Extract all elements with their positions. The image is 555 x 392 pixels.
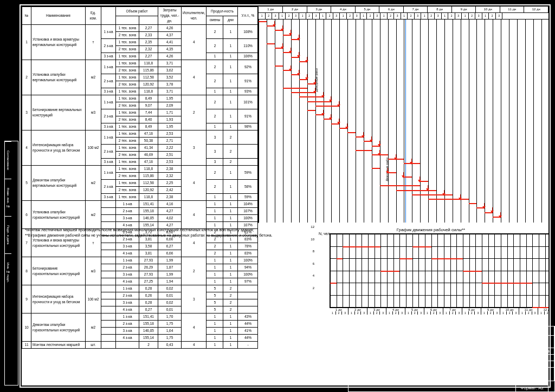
gantt-chart: 1 дн2 дн3 дн4 дн5 дн6 дн7 дн8 дн9 дн10 д… — [258, 6, 548, 223]
side-stamp: СогласованоВзам. инв. №Подп. и датаИнв. … — [4, 141, 18, 386]
col-name: Наименование — [31, 7, 86, 25]
work-schedule-table: № Наименование Ед. изм. Объем работ Затр… — [22, 6, 258, 349]
col-pct: У.п.т., % — [238, 7, 258, 25]
col-num: № — [22, 7, 31, 25]
col-vol: Объем работ — [116, 7, 158, 16]
manpower-chart: График движения рабочей силы** N, чел. 1… — [319, 227, 543, 317]
title-block: Кафедра Технологии и Организации Строите… — [348, 326, 555, 392]
col-dur: Продол-ность — [206, 7, 238, 16]
col-isp: Исполнители, чел. — [182, 7, 206, 25]
footnotes: *Монтаж лестничных маршей производить по… — [25, 227, 272, 238]
format-label: Формат: А2 — [515, 384, 548, 392]
col-labor: Затраты труда, чел.-дн. — [158, 7, 182, 25]
col-unit: Ед. изм. — [86, 7, 101, 25]
